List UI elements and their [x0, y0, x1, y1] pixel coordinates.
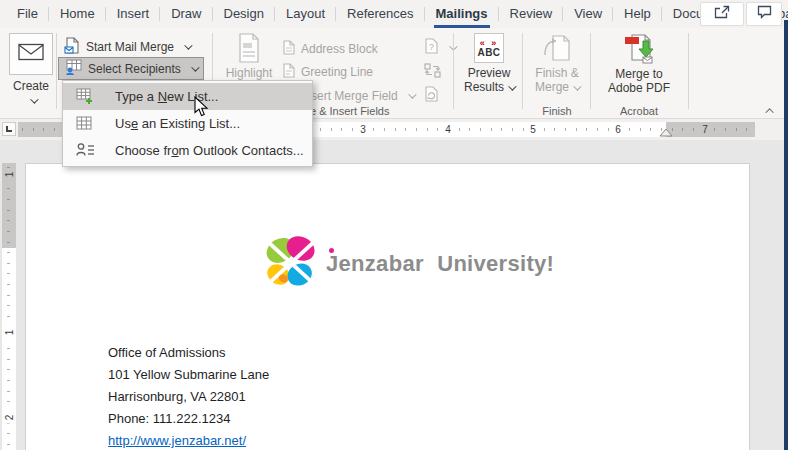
tab-home[interactable]: Home — [49, 0, 106, 28]
preview-results-label-1: Preview — [468, 66, 511, 80]
finish-merge-label-1: Finish & — [535, 66, 578, 80]
group-separator — [522, 33, 523, 109]
create-button[interactable] — [9, 33, 53, 75]
envelope-icon — [18, 43, 44, 65]
finish-merge-chevron — [573, 82, 581, 90]
tab-help[interactable]: Help — [613, 0, 662, 28]
word-window: File Home Insert Draw Design Layout Refe… — [0, 0, 788, 450]
preview-results-label-2: Results — [464, 80, 504, 94]
website-link[interactable]: http://www.jenzabar.net/ — [108, 433, 246, 448]
ruler-number: 2 — [4, 412, 15, 424]
preview-results-chevron — [508, 82, 516, 90]
ruler-number: 1 — [4, 169, 15, 181]
existing-list-icon — [76, 115, 94, 132]
ribbon-tab-bar: File Home Insert Draw Design Layout Refe… — [0, 0, 788, 28]
ruler-number: 5 — [527, 123, 539, 136]
greeting-line-icon — [282, 63, 295, 81]
address-line: Harrisonburg, VA 22801 — [108, 386, 269, 408]
butterfly-logo-icon — [264, 234, 318, 294]
address-block-label: Address Block — [301, 42, 378, 56]
match-fields-button — [424, 61, 441, 82]
tab-stop-selector[interactable] — [2, 122, 16, 136]
ruler-number: 4 — [442, 123, 454, 136]
group-separator — [56, 33, 57, 109]
tab-mailings[interactable]: Mailings — [425, 0, 499, 28]
ruler-number: 1 — [4, 327, 15, 339]
insert-merge-field-chevron — [408, 90, 416, 98]
tab-design[interactable]: Design — [213, 0, 275, 28]
finish-merge-label-2: Merge — [535, 80, 569, 94]
merge-to-adobe-pdf-button[interactable]: Merge to Adobe PDF — [594, 33, 684, 95]
greeting-line-button: Greeting Line — [282, 61, 373, 82]
group-label-acrobat: Acrobat — [594, 105, 684, 117]
share-button[interactable] — [700, 2, 744, 26]
menu-item-type-new-list[interactable]: Type a New List... — [63, 83, 312, 110]
comments-button[interactable] — [746, 2, 782, 26]
create-label: Create — [0, 79, 62, 93]
tab-review[interactable]: Review — [499, 0, 564, 28]
menu-item-label: Choose from Outlook Contacts... — [115, 143, 304, 158]
collapse-ribbon-icon[interactable] — [765, 108, 773, 116]
start-mail-merge-icon — [64, 37, 80, 57]
select-recipients-menu: Type a New List... Use an Existing List.… — [62, 80, 313, 167]
update-labels-button — [424, 85, 439, 106]
menu-item-label: Use an Existing List... — [115, 116, 240, 131]
ruler-ticks — [7, 167, 10, 446]
window-right-border — [784, 20, 788, 450]
select-recipients-icon — [65, 59, 82, 78]
comment-icon — [757, 5, 772, 23]
preview-icon-abc: ABC — [477, 48, 500, 57]
start-mail-merge-chevron — [184, 41, 192, 49]
finish-merge-button: Finish & Merge — [526, 33, 588, 94]
type-new-list-icon — [76, 88, 94, 105]
select-recipients-button[interactable]: Select Recipients — [58, 57, 204, 80]
address-block-button: Address Block — [282, 38, 378, 59]
tab-draw[interactable]: Draw — [160, 0, 212, 28]
select-recipients-chevron — [191, 63, 199, 71]
group-separator — [590, 33, 591, 109]
right-indent-marker[interactable] — [659, 128, 673, 137]
create-dropdown-chevron[interactable] — [30, 95, 38, 103]
finish-merge-icon — [526, 33, 588, 63]
tab-insert[interactable]: Insert — [106, 0, 161, 28]
group-label-finish: Finish — [526, 105, 588, 117]
address-line: Office of Admissions — [108, 342, 269, 364]
left-tab-icon — [6, 126, 12, 132]
mouse-cursor — [194, 96, 210, 122]
insert-merge-field-label: Insert Merge Field — [301, 89, 398, 103]
address-block-icon — [282, 40, 295, 58]
rules-button: ? — [424, 37, 455, 58]
merge-to-pdf-icon — [594, 33, 684, 64]
outlook-contacts-icon — [76, 142, 94, 159]
ruler-number: 7 — [699, 123, 711, 136]
tab-file[interactable]: File — [6, 0, 49, 28]
update-labels-icon — [424, 86, 439, 105]
rules-icon: ? — [424, 38, 439, 57]
tab-view[interactable]: View — [563, 0, 613, 28]
document-page[interactable]: Jenzabar University! Office of Admission… — [25, 163, 750, 450]
document-area: 1 1 2 Jenzabar University! — [0, 140, 788, 450]
menu-item-choose-outlook-contacts[interactable]: Choose from Outlook Contacts... — [63, 137, 312, 164]
share-icon — [714, 5, 730, 23]
group-separator — [688, 33, 689, 109]
start-mail-merge-label: Start Mail Merge — [86, 40, 174, 54]
preview-results-icon: « » ABC — [474, 33, 504, 63]
tab-references[interactable]: References — [336, 0, 424, 28]
ruler-number: 3 — [357, 123, 369, 136]
group-label-write-insert-fields: e & Insert Fields — [310, 105, 389, 117]
menu-item-use-existing-list[interactable]: Use an Existing List... — [63, 110, 312, 137]
address-block: Office of Admissions 101 Yellow Submarin… — [108, 342, 269, 450]
greeting-line-label: Greeting Line — [301, 65, 373, 79]
preview-results-button[interactable]: « » ABC Preview Results — [458, 33, 520, 94]
ruler-number: 6 — [612, 123, 624, 136]
highlight-merge-fields-icon — [220, 33, 278, 63]
logo-text: Jenzabar University! — [326, 251, 554, 277]
match-fields-icon — [424, 63, 441, 81]
vertical-ruler[interactable]: 1 1 2 — [2, 163, 16, 450]
tab-layout[interactable]: Layout — [275, 0, 336, 28]
group-separator — [453, 33, 454, 109]
highlight-label: Highlight — [226, 66, 273, 80]
start-mail-merge-button[interactable]: Start Mail Merge — [58, 35, 196, 58]
merge-to-pdf-label-2: Adobe PDF — [608, 81, 670, 95]
address-line: Phone: 111.222.1234 — [108, 408, 269, 430]
